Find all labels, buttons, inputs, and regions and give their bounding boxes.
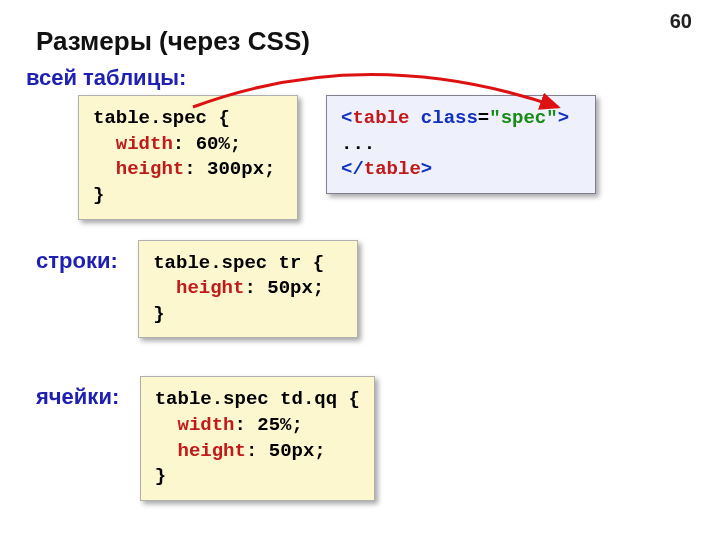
row-cell: ячейки: table.spec td.qq { width: 25%; h… xyxy=(36,376,684,501)
code-line: </table> xyxy=(341,157,581,183)
row-row: строки: table.spec tr { height: 50px; } xyxy=(36,240,684,361)
code-line: height: 300px; xyxy=(93,157,283,183)
codebox-row-css: table.spec tr { height: 50px; } xyxy=(138,240,358,339)
code-line: ... xyxy=(341,132,581,158)
code-line: table.spec { xyxy=(93,106,283,132)
page-number: 60 xyxy=(670,10,692,33)
code-line: } xyxy=(155,464,360,490)
code-line: width: 60%; xyxy=(93,132,283,158)
code-line: } xyxy=(153,302,343,328)
codebox-cell-css: table.spec td.qq { width: 25%; height: 5… xyxy=(140,376,375,501)
codebox-table-css: table.spec { width: 60%; height: 300px; … xyxy=(78,95,298,220)
code-line: <table class="spec"> xyxy=(341,106,581,132)
code-line: height: 50px; xyxy=(153,276,343,302)
code-line: table.spec tr { xyxy=(153,251,343,277)
label-table: всей таблицы: xyxy=(26,65,684,91)
slide: 60 Размеры (через CSS) всей таблицы: tab… xyxy=(0,0,720,540)
label-cell: ячейки: xyxy=(36,384,119,410)
code-line: height: 50px; xyxy=(155,439,360,465)
slide-title: Размеры (через CSS) xyxy=(36,26,684,57)
code-line: table.spec td.qq { xyxy=(155,387,360,413)
code-line: } xyxy=(93,183,283,209)
code-line: width: 25%; xyxy=(155,413,360,439)
row-table: table.spec { width: 60%; height: 300px; … xyxy=(78,95,684,220)
label-row: строки: xyxy=(36,248,118,274)
codebox-table-html: <table class="spec"> ... </table> xyxy=(326,95,596,194)
